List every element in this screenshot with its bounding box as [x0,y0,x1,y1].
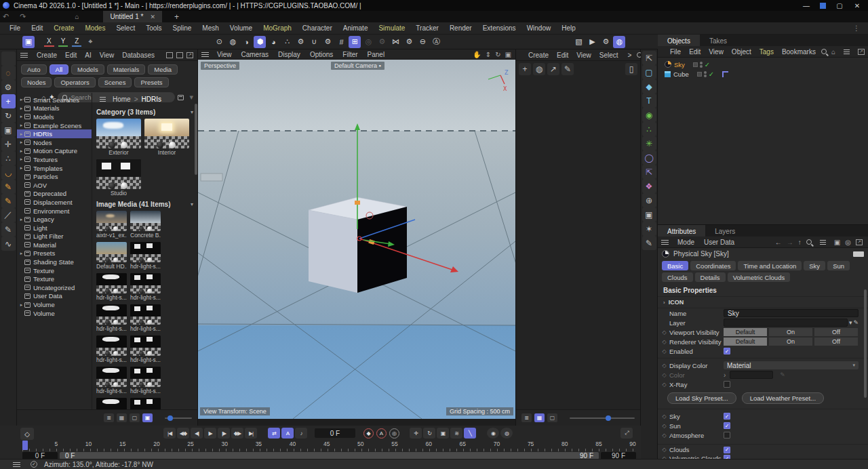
pen-tool-icon[interactable]: ✎ [1,180,16,194]
redo-icon[interactable]: ↷ [17,12,28,21]
gear-icon[interactable]: ⚙ [321,36,334,48]
expand-arrow-icon[interactable]: ▸ [18,165,24,171]
viewport-menu-item[interactable]: View [212,51,237,58]
menu-item[interactable]: Object [728,48,755,56]
load-sky-preset-button[interactable]: Load Sky Preset... [667,392,736,404]
menu-item[interactable]: Create [524,52,553,59]
tree-item[interactable]: ▸ AOV [17,181,92,190]
deformer-icon[interactable]: ⇱ [642,165,656,179]
material-size-slider[interactable] [570,417,635,419]
current-frame-field[interactable]: 0 F [315,428,355,438]
environment-icon[interactable]: ⊕ [642,193,656,207]
menu-item[interactable]: Bookmarks [778,48,820,56]
home-icon[interactable]: ⌂ [831,48,835,56]
toolbar-icon[interactable]: ⊖ [416,36,429,48]
next-frame-button[interactable]: |▶ [218,428,230,439]
material-ball-icon[interactable]: ◍ [533,63,545,75]
panel-menu-icon[interactable] [20,53,28,58]
key-rotation-icon[interactable]: ↻ [423,428,435,439]
expand-arrow-icon[interactable]: ▸ [18,97,24,102]
toggle-checkbox[interactable] [724,432,730,439]
toolbar-icon[interactable]: ◕ [267,36,279,48]
range-bar[interactable]: 0 F 90 F [60,452,599,460]
tree-item[interactable]: ▸ Light Filter [17,232,92,241]
tweak-tool-icon[interactable]: ⚙ [1,80,16,94]
dropdown-icon[interactable]: ▾ [849,319,852,326]
viewport-menu-item[interactable]: Options [305,51,338,58]
record-objects-icon[interactable]: ◉ [487,428,499,439]
menu-item[interactable]: View [96,52,119,59]
joint-tool-icon[interactable]: ⌖ [84,36,96,48]
menu-item[interactable]: Tracker [410,24,444,32]
grid-view-icon[interactable]: ▦ [117,413,127,422]
visibility-option[interactable]: Off [814,338,858,346]
toolbar-icon[interactable]: ◑ [240,36,252,48]
generator-icon[interactable]: ✳ [642,136,656,150]
enabled-checkbox[interactable] [724,348,730,354]
toolbar-icon[interactable]: ◍ [226,36,239,48]
menu-item[interactable]: Render [444,24,477,32]
key-position-icon[interactable]: ✛ [410,428,422,439]
asset-thumbnail[interactable]: hdr-light-s... [96,335,127,363]
expand-arrow-icon[interactable]: ▸ [18,131,24,137]
bend-tool-icon[interactable]: ◡ [1,165,16,180]
tree-item[interactable]: ▸ Displacement [17,198,92,207]
filter-chip[interactable]: Scenes [98,77,132,87]
search-tool-icon[interactable] [1,52,16,66]
asset-thumbnail[interactable]: hdr-light-s... [130,367,161,394]
menu-item[interactable]: Edit [553,52,572,59]
filter-chip[interactable]: Media [148,64,178,75]
gear-icon[interactable]: ⚙ [294,36,307,48]
asset-thumbnail[interactable]: hdr-light-s... [96,304,127,332]
playhead[interactable] [22,441,28,450]
scale-tool-icon[interactable]: ▣ [1,123,16,137]
axis-lock-button[interactable]: Y [58,37,68,47]
visibility-option[interactable]: On [769,328,812,336]
asset-thumbnail[interactable]: hdr-light-s... [130,398,161,409]
lock-icon[interactable]: ▣ [834,239,840,246]
list-view-icon[interactable]: ≣ [521,413,532,422]
asset-thumbnail[interactable]: Concrete B... [130,211,161,239]
visibility-option[interactable]: Off [814,328,858,336]
back-icon[interactable]: ← [775,239,782,246]
tree-item[interactable]: ▸ Volume [17,300,92,309]
eyedropper-icon[interactable]: ✎ [853,319,859,326]
field-icon[interactable]: ❖ [642,179,656,193]
status-menu-icon[interactable] [13,462,20,467]
menu-item[interactable]: Create [48,24,79,32]
mode-menu[interactable]: Mode [673,239,698,246]
plane-icon[interactable]: ▢ [642,65,656,79]
document-tab[interactable]: Untitled 1 * ✕ [103,11,161,22]
tree-item[interactable]: ▸ Presets [17,249,92,258]
enable-check-icon[interactable]: ✓ [709,70,714,78]
sound-button[interactable]: ♪ [295,428,307,439]
attribute-tab-chip[interactable]: Volumetric Clouds [728,272,791,282]
asset-thumbnail[interactable]: hdr-light-s... [96,367,127,394]
gear-icon[interactable]: ⚙ [403,36,415,48]
prev-key-button[interactable]: ◀◆ [177,428,189,439]
menu-item[interactable]: Select [595,52,623,59]
toggle-checkbox[interactable] [724,447,730,453]
asset-thumbnail[interactable]: Default HD... [96,242,127,270]
renderer-icon[interactable]: ◍ [613,36,625,48]
tree-item[interactable]: ▸ Uncategorized [17,283,92,292]
layout-icon[interactable] [176,52,183,58]
menu-item[interactable]: Spline [167,24,197,32]
menu-item[interactable]: Tags [755,48,778,56]
tree-item[interactable]: ▸ Textures [17,155,92,164]
expand-arrow-icon[interactable]: ▸ [18,140,24,145]
menu-item[interactable]: File [4,24,26,32]
viewport-3d[interactable]: Z X Perspective Default Camera ▪ View Tr… [198,60,515,419]
render-picture-viewer-icon[interactable]: ▶ [586,36,598,48]
key-parameter-icon[interactable]: ≋ [450,428,462,439]
tree-item[interactable]: ▸ Texture [17,266,92,275]
attribute-tab-chip[interactable]: Coordinates [690,261,736,270]
tree-item[interactable]: ▸ Deprecated [17,190,92,199]
popout-icon[interactable]: ↗ [186,52,193,58]
frame-icon[interactable]: ▣ [505,51,511,58]
tree-scrollbar[interactable] [195,104,197,175]
toolbar-icon[interactable]: Ⓐ [430,36,442,48]
attribute-tab-chip[interactable]: Details [695,272,726,282]
asset-thumbnail[interactable]: Studio [96,159,141,197]
next-key-button[interactable]: ◆▶ [231,428,243,439]
